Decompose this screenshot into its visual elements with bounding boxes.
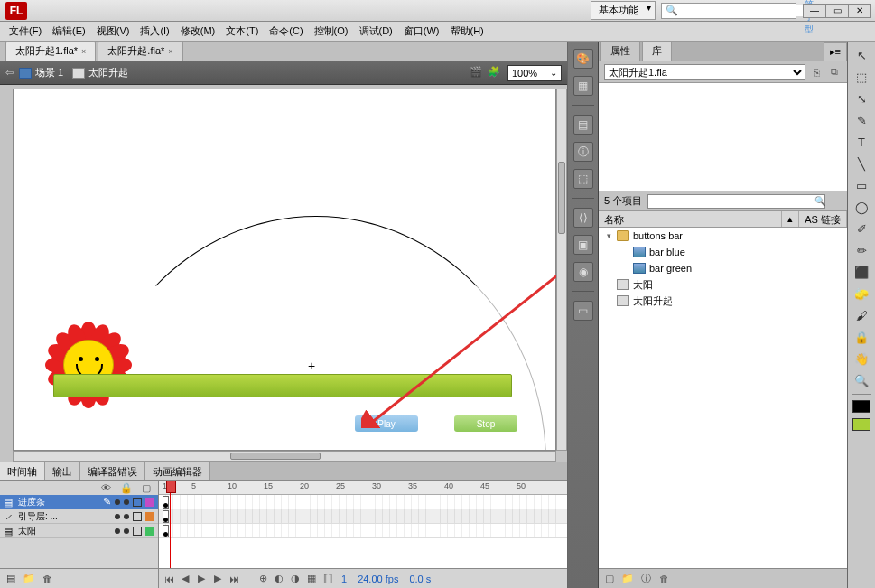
menu-8[interactable]: 调试(D) (354, 23, 398, 40)
zoom-dropdown[interactable]: 100% (507, 65, 562, 81)
library-search[interactable] (647, 194, 825, 209)
lib-item-0[interactable]: ▾buttons bar (599, 228, 847, 244)
library-doc-select[interactable]: 太阳升起1.fla (604, 64, 805, 80)
tool-0[interactable]: ↖ (851, 45, 872, 65)
panel-options-icon[interactable]: ▸≡ (824, 42, 847, 61)
delete-layer-button[interactable]: 🗑 (40, 572, 54, 586)
pin-library-icon[interactable]: ⎘ (809, 65, 824, 79)
swatches-panel-icon[interactable]: ▦ (573, 76, 593, 96)
properties-tab[interactable]: 属性 (600, 41, 640, 61)
lib-item-1[interactable]: bar blue (599, 244, 847, 260)
menu-7[interactable]: 控制(O) (309, 23, 354, 40)
lock-icon[interactable]: 🔒 (120, 482, 133, 494)
clip-name[interactable]: 太阳升起 (88, 66, 128, 79)
properties-button[interactable]: ⓘ (638, 572, 653, 586)
next-frame-button[interactable]: ▶ (211, 573, 224, 585)
motion-panel-icon[interactable]: ◉ (573, 262, 593, 282)
code-panel-icon[interactable]: ⟨⟩ (573, 208, 593, 228)
transform-panel-icon[interactable]: ⬚ (573, 169, 593, 189)
first-frame-button[interactable]: ⏮ (163, 573, 175, 585)
stroke-swatch[interactable] (852, 400, 870, 413)
tl-tab-3[interactable]: 动画编辑器 (145, 462, 210, 480)
color-panel-icon[interactable]: 🎨 (573, 49, 593, 69)
tl-tab-1[interactable]: 输出 (45, 462, 80, 480)
play-timeline-button[interactable]: ▶ (195, 573, 208, 585)
layer-row-0[interactable]: ▤进度条✎ (0, 495, 158, 509)
new-folder-button[interactable]: 📁 (620, 572, 635, 586)
close-button[interactable]: ✕ (848, 4, 871, 18)
search-input[interactable] (680, 5, 805, 16)
center-frame-button[interactable]: ⊕ (256, 573, 269, 585)
menu-5[interactable]: 文本(T) (220, 23, 264, 40)
menu-10[interactable]: 帮助(H) (445, 23, 489, 40)
progress-bar-symbol[interactable] (53, 374, 512, 397)
layer-row-1[interactable]: ⟋引导层: ... (0, 509, 158, 524)
tool-11[interactable]: 🧽 (851, 284, 872, 303)
menu-0[interactable]: 文件(F) (4, 23, 47, 40)
frames-area[interactable]: 15101520253035404550 ⏮ ◀ ▶ ▶ ⏭ ⊕ ◐ ◑ (159, 481, 567, 588)
delete-button[interactable]: 🗑 (656, 572, 671, 586)
tool-1[interactable]: ⬚ (851, 67, 872, 87)
tool-4[interactable]: T (851, 132, 872, 152)
stage[interactable]: + Play Stop (13, 89, 556, 451)
tool-15[interactable]: 🔍 (851, 370, 872, 390)
library-list[interactable]: ▾buttons barbar bluebar green太阳太阳升起 (599, 228, 847, 568)
tool-13[interactable]: 🔒 (851, 327, 872, 347)
col-name[interactable]: 名称 (599, 211, 782, 227)
close-tab-icon[interactable]: × (81, 47, 86, 56)
doc-tab-0[interactable]: 太阳升起1.fla*× (5, 41, 96, 61)
tool-10[interactable]: ⬛ (851, 262, 872, 282)
tool-3[interactable]: ✎ (851, 110, 872, 130)
tool-9[interactable]: ✏ (851, 240, 872, 260)
play-button[interactable]: Play (355, 415, 418, 432)
tool-2[interactable]: ⤡ (851, 89, 872, 108)
info-panel-icon[interactable]: ⓘ (573, 142, 593, 162)
library-tab[interactable]: 库 (642, 41, 672, 61)
frame-ruler[interactable]: 15101520253035404550 (159, 481, 567, 495)
tl-tab-2[interactable]: 编译器错误 (80, 462, 145, 480)
edit-scene-icon[interactable]: 🎬 (470, 66, 484, 80)
fill-swatch[interactable] (852, 418, 870, 431)
stop-button[interactable]: Stop (454, 415, 517, 432)
new-library-icon[interactable]: ⧉ (827, 65, 842, 79)
tool-8[interactable]: ✐ (851, 219, 872, 238)
doc-tab-1[interactable]: 太阳升起.fla*× (98, 41, 182, 61)
outline-icon[interactable]: ▢ (142, 482, 151, 494)
lib-item-4[interactable]: 太阳升起 (599, 293, 847, 309)
new-symbol-button[interactable]: ▢ (602, 572, 617, 586)
col-sort-icon[interactable]: ▴ (782, 211, 799, 227)
new-layer-button[interactable]: ▤ (4, 572, 18, 586)
edit-multiple-button[interactable]: ▦ (305, 573, 318, 585)
minimize-button[interactable]: — (803, 4, 826, 18)
maximize-button[interactable]: ▭ (825, 4, 849, 18)
last-frame-button[interactable]: ⏭ (228, 573, 240, 585)
prev-frame-button[interactable]: ◀ (179, 573, 191, 585)
close-tab-icon[interactable]: × (168, 47, 172, 56)
menu-2[interactable]: 视图(V) (91, 23, 135, 40)
h-scrollbar[interactable] (13, 451, 556, 462)
back-button[interactable]: ⇦ (5, 67, 14, 79)
v-scrollbar[interactable] (556, 89, 567, 451)
onion-skin-button[interactable]: ◐ (273, 573, 285, 585)
tool-6[interactable]: ▭ (851, 175, 872, 195)
workspace-dropdown[interactable]: 基本功能 (591, 1, 656, 20)
align-panel-icon[interactable]: ▤ (573, 115, 593, 135)
components-panel-icon[interactable]: ▣ (573, 235, 593, 255)
tool-5[interactable]: ╲ (851, 154, 872, 173)
menu-6[interactable]: 命令(C) (264, 23, 308, 40)
project-panel-icon[interactable]: ▭ (573, 301, 593, 321)
col-linkage[interactable]: AS 链接 (799, 211, 847, 227)
tool-12[interactable]: 🖌 (851, 305, 872, 325)
search-box[interactable]: 🔍 五笔字型 (661, 3, 796, 19)
onion-markers-button[interactable]: ⟦⟧ (321, 573, 334, 585)
lib-item-3[interactable]: 太阳 (599, 276, 847, 293)
menu-4[interactable]: 修改(M) (175, 23, 221, 40)
lib-item-2[interactable]: bar green (599, 260, 847, 276)
onion-outline-button[interactable]: ◑ (289, 573, 302, 585)
menu-9[interactable]: 窗口(W) (398, 23, 445, 40)
menu-3[interactable]: 插入(I) (135, 23, 174, 40)
tl-tab-0[interactable]: 时间轴 (0, 462, 45, 480)
edit-symbol-icon[interactable]: 🧩 (488, 66, 502, 80)
new-folder-button[interactable]: 📁 (22, 572, 36, 586)
scene-name[interactable]: 场景 1 (35, 66, 63, 79)
